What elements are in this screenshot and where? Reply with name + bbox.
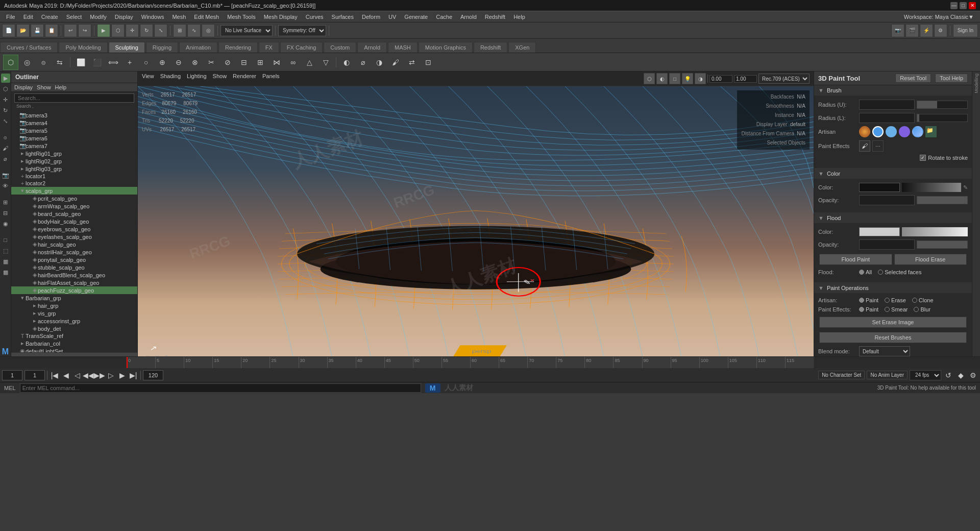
icon-cut-faces[interactable]: ✂ [204, 55, 219, 70]
opacity-slider[interactable] [917, 196, 968, 204]
swatch-gradient[interactable] [912, 126, 923, 137]
tool-snap-point[interactable]: ◎ [202, 24, 215, 37]
menu-display[interactable]: Display [111, 13, 137, 21]
icon-transfer[interactable]: ⇄ [404, 55, 420, 70]
tab-sculpting[interactable]: Sculpting [109, 42, 145, 53]
skip-end-btn[interactable]: ▶| [128, 370, 138, 380]
left-tool-sculpt[interactable]: ⌀ [1, 154, 10, 163]
pe-swatch-dots[interactable]: ⋯ [872, 140, 884, 152]
tree-item[interactable]: ◈ armWrap_scalp_geo [11, 202, 137, 210]
left-tool-move[interactable]: ✛ [1, 95, 10, 104]
swatch-folder[interactable]: 📁 [925, 126, 937, 137]
color-picker-icon[interactable]: ✎ [963, 184, 968, 191]
tree-item[interactable]: ▸ vis_grp [11, 309, 137, 317]
tree-item[interactable]: + locator2 [11, 180, 137, 187]
skip-start-btn[interactable]: |◀ [50, 370, 60, 380]
sign-in-btn[interactable]: Sign In [953, 24, 978, 37]
tool-new[interactable]: 📄 [2, 24, 15, 37]
tree-item[interactable]: ▸ Barbarian_col [11, 340, 137, 347]
tab-curves-surfaces[interactable]: Curves / Surfaces [0, 42, 58, 53]
icon-fill-hole[interactable]: ○ [138, 55, 154, 70]
icon-split[interactable]: ⊘ [220, 55, 235, 70]
settings-btn[interactable]: ⚙ [968, 370, 978, 380]
icon-insert-loop[interactable]: ⊟ [236, 55, 252, 70]
icon-bridge[interactable]: ⟺ [106, 55, 121, 70]
icon-select-mode[interactable]: ⬡ [3, 55, 18, 70]
rotate-stroke-chk[interactable] [920, 155, 926, 161]
left-tool-snap1[interactable]: ⊞ [1, 198, 10, 207]
color-gradient-bar[interactable] [902, 183, 961, 192]
icon-bevel[interactable]: ⬛ [89, 55, 105, 70]
icon-collapse[interactable]: △ [302, 55, 317, 70]
menu-generate[interactable]: Generate [400, 13, 432, 21]
vp-btn-shadow[interactable]: ◑ [695, 73, 706, 84]
radius-li-slider[interactable] [917, 114, 968, 122]
icon-component[interactable]: ◎ [19, 55, 35, 70]
tool-save[interactable]: 💾 [31, 24, 44, 37]
icon-extract[interactable]: ⊗ [187, 55, 203, 70]
left-tool-rotate[interactable]: ↻ [1, 106, 10, 115]
tool-select[interactable]: ▶ [97, 24, 110, 37]
color-section-header[interactable]: ▼ Color [814, 168, 972, 179]
vp-btn-light[interactable]: 💡 [682, 73, 693, 84]
left-tool-select[interactable]: ▶ [1, 74, 10, 83]
left-tool-view[interactable]: 👁 [1, 181, 10, 190]
tree-item[interactable]: 📷 camera6 [11, 134, 137, 142]
tool-help-btn[interactable]: Tool Help [935, 74, 968, 83]
left-tool-lasso[interactable]: ⬡ [1, 84, 10, 93]
swatch-orange[interactable] [859, 126, 870, 137]
reset-tool-btn[interactable]: Reset Tool [895, 74, 931, 83]
left-tool-scale[interactable]: ⤡ [1, 116, 10, 126]
vp-menu-renderer[interactable]: Renderer [233, 73, 256, 84]
swatch-blue-active[interactable] [872, 126, 884, 137]
workspace-label[interactable]: Workspace: Maya Classic▼ [904, 14, 974, 20]
tool-open[interactable]: 📂 [16, 24, 30, 37]
tree-item[interactable]: ◈ ponytail_scalp_geo [11, 256, 137, 263]
outliner-scrollbar[interactable] [11, 352, 137, 356]
no-char-set[interactable]: No Character Set [818, 371, 865, 379]
tool-rotate[interactable]: ↻ [140, 24, 153, 37]
icon-connect[interactable]: ∞ [285, 55, 301, 70]
tree-item[interactable]: 📷 camera3 [11, 111, 137, 119]
vp-menu-show[interactable]: Show [213, 73, 227, 84]
left-tool-snap2[interactable]: ⊟ [1, 208, 10, 218]
flood-color-swatch[interactable] [859, 227, 900, 236]
timeline-ruler[interactable]: 0510152025303540455055606570758085909510… [127, 357, 814, 368]
tool-snap-grid[interactable]: ⊞ [173, 24, 186, 37]
tool-scale[interactable]: ⤡ [154, 24, 167, 37]
artisan-erase-item[interactable]: Erase [885, 297, 906, 303]
minimize-button[interactable]: — [950, 2, 958, 9]
brush-section-header[interactable]: ▼ Brush [814, 85, 972, 95]
menu-cache[interactable]: Cache [432, 13, 456, 21]
play-back-btn[interactable]: ◀◀ [83, 370, 93, 380]
set-erase-btn[interactable]: Set Erase Image [819, 317, 967, 328]
tree-item[interactable]: ◈ peachFuzz_scalp_geo [11, 286, 137, 294]
blend-mode-select[interactable]: Default [859, 346, 910, 356]
tool-redo[interactable]: ↪ [78, 24, 91, 37]
key-btn[interactable]: ◆ [955, 370, 966, 380]
flood-opacity-slider[interactable] [917, 240, 968, 249]
vp-exposure-input[interactable] [709, 75, 732, 83]
tab-mash[interactable]: MASH [388, 42, 418, 53]
tree-item[interactable]: ◈ stubble_scalp_geo [11, 263, 137, 271]
vp-menu-view[interactable]: View [142, 73, 154, 84]
tool-render-settings[interactable]: ⚙ [934, 24, 947, 37]
vp-menu-panels[interactable]: Panels [262, 73, 280, 84]
left-tool-display3[interactable]: ▦ [1, 257, 10, 266]
artisan-paint-item[interactable]: Paint [859, 297, 878, 303]
next-frame-btn[interactable]: ▶ [117, 370, 127, 380]
tree-item[interactable]: ▸ lightRig01_grp [11, 150, 137, 157]
icon-soft-sel[interactable]: ⌾ [36, 55, 51, 70]
opacity-input[interactable]: 1.0000 [859, 195, 915, 205]
tree-item[interactable]: ◈ nostrilHair_scalp_geo [11, 248, 137, 256]
outliner-search-input[interactable] [14, 93, 134, 103]
tree-item[interactable]: ◈ body_det [11, 325, 137, 332]
tree-item[interactable]: 📷 camera5 [11, 127, 137, 134]
pf-blur-item[interactable]: Blur [914, 306, 930, 312]
icon-relax[interactable]: ◑ [372, 55, 387, 70]
menu-surfaces[interactable]: Surfaces [328, 13, 358, 21]
tab-animation[interactable]: Animation [179, 42, 217, 53]
tab-rendering[interactable]: Rendering [218, 42, 258, 53]
left-tool-display2[interactable]: ⬚ [1, 246, 10, 255]
menu-mesh-tools[interactable]: Mesh Tools [223, 13, 259, 21]
